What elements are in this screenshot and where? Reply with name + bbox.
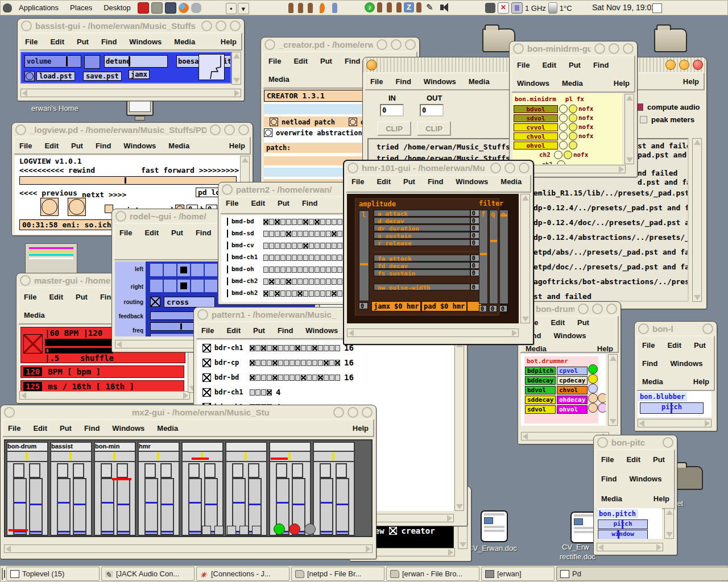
window-menu-button[interactable] bbox=[222, 184, 233, 195]
drummer-bang[interactable] bbox=[588, 364, 598, 374]
minidrm-channel-row[interactable]: cvvol nofx bbox=[514, 123, 622, 131]
menu-item[interactable]: Media bbox=[268, 75, 289, 84]
menu-item[interactable]: Media bbox=[168, 142, 189, 150]
l-slider[interactable]: l bbox=[359, 210, 369, 301]
window-menu-button[interactable] bbox=[638, 323, 649, 334]
clock-label[interactable]: Sat Nov 19, 19:02 bbox=[592, 3, 656, 12]
scrollbar[interactable] bbox=[231, 52, 241, 85]
applet-figure-icons[interactable] bbox=[286, 3, 340, 15]
task-jack[interactable]: ✎[JACK Audio Con... bbox=[101, 567, 195, 581]
menu-item[interactable]: Find bbox=[278, 326, 293, 335]
close-button[interactable] bbox=[405, 39, 416, 50]
firefox-launcher-icon[interactable] bbox=[179, 3, 189, 13]
maximize-button[interactable] bbox=[504, 163, 515, 173]
menu-item[interactable]: Edit bbox=[293, 57, 308, 65]
menu-item[interactable]: Edit bbox=[667, 341, 681, 350]
menu-item[interactable]: Put bbox=[76, 293, 88, 301]
fader[interactable] bbox=[144, 478, 158, 535]
memory-chip-icon[interactable] bbox=[511, 2, 523, 14]
mixer-strip[interactable]: hmr bbox=[138, 442, 180, 536]
scrollbar[interactable] bbox=[597, 543, 663, 551]
pl-bang[interactable] bbox=[559, 123, 568, 131]
in-meter-box[interactable]: 0 bbox=[380, 104, 404, 117]
sequencer-row[interactable]: bdr-bd 16 bbox=[197, 370, 454, 385]
overwrite2-bang[interactable] bbox=[349, 118, 357, 126]
menu-item[interactable]: Find bbox=[84, 424, 100, 433]
menu-item[interactable]: Put bbox=[403, 177, 415, 186]
menu-item[interactable]: Media bbox=[526, 344, 547, 353]
mixer-strip[interactable]: bon-min bbox=[94, 442, 136, 536]
window-menu-button[interactable] bbox=[15, 124, 26, 135]
notification-dot-button[interactable]: • bbox=[226, 3, 237, 14]
fader[interactable] bbox=[29, 478, 43, 535]
scrollbar[interactable] bbox=[520, 194, 530, 323]
menu-item[interactable]: File bbox=[601, 455, 614, 464]
detune-slider[interactable]: detune bbox=[104, 55, 168, 68]
pl-bang[interactable] bbox=[559, 141, 568, 149]
fx-bang[interactable] bbox=[569, 114, 577, 122]
filter-envelope-row[interactable]: fd_decay0 bbox=[374, 261, 479, 269]
menu-item[interactable]: Edit bbox=[251, 199, 265, 207]
applet-icon-row[interactable]: ♪ Z ✎ bbox=[365, 2, 448, 13]
menu-item[interactable]: Windows bbox=[456, 177, 488, 186]
scrollbar[interactable] bbox=[347, 329, 519, 337]
maximize-button[interactable] bbox=[592, 304, 603, 314]
menu-item[interactable]: File bbox=[517, 61, 530, 69]
menu-item[interactable]: Put bbox=[694, 341, 706, 350]
menu-item[interactable]: File bbox=[351, 177, 364, 186]
menu-item[interactable]: Help bbox=[597, 344, 613, 353]
creator-toggle[interactable] bbox=[389, 527, 397, 535]
close-button[interactable] bbox=[230, 20, 241, 31]
filter-envelope-row[interactable]: fa_attack0 bbox=[374, 254, 479, 261]
menu-item[interactable]: Find bbox=[395, 77, 411, 86]
menu-item[interactable]: Put bbox=[278, 199, 289, 207]
gnome-menu-icon[interactable] bbox=[3, 3, 12, 13]
drummer-row[interactable]: sddecay ohdecay bbox=[525, 396, 598, 404]
scrollbar[interactable] bbox=[664, 508, 674, 539]
camera-icon[interactable] bbox=[485, 3, 495, 13]
menu-item[interactable]: Help bbox=[510, 190, 526, 193]
mixer-strip[interactable] bbox=[181, 442, 224, 536]
envelope-slider-row[interactable]: r_release0 bbox=[374, 239, 479, 246]
mixer-mini-box[interactable] bbox=[248, 463, 259, 478]
scrollbar[interactable] bbox=[454, 340, 464, 511]
number-box[interactable]: 0 bbox=[489, 305, 497, 312]
peak-meters-checkbox[interactable] bbox=[640, 116, 647, 123]
menu-item[interactable]: Find bbox=[642, 359, 657, 368]
menu-item[interactable]: Edit bbox=[551, 318, 565, 327]
pan-slider[interactable] bbox=[51, 452, 91, 462]
e-slider[interactable]: e bbox=[499, 210, 508, 304]
pl-bang[interactable] bbox=[554, 151, 562, 159]
menu-item[interactable]: Edit bbox=[626, 455, 640, 464]
mixer-mini-box[interactable] bbox=[204, 463, 216, 478]
menu-item[interactable]: Put bbox=[577, 318, 589, 327]
maximize-button[interactable] bbox=[679, 60, 689, 70]
fader[interactable] bbox=[101, 478, 114, 535]
menu-item[interactable]: Put bbox=[320, 57, 332, 65]
drummer-bang[interactable] bbox=[598, 393, 606, 403]
home-icon-label[interactable]: erwan's Home bbox=[31, 104, 78, 113]
menu-item[interactable]: Windows bbox=[629, 475, 661, 483]
menu-item[interactable]: Put bbox=[60, 424, 72, 433]
pl-bang[interactable] bbox=[559, 105, 568, 113]
menu-item[interactable]: Edit bbox=[542, 61, 556, 69]
window-menu-button[interactable] bbox=[513, 43, 524, 54]
envelope-slider-row[interactable]: d_decay0 bbox=[374, 217, 479, 224]
close-button[interactable] bbox=[623, 43, 634, 54]
menu-item[interactable]: Find bbox=[593, 61, 609, 69]
pitch-slider[interactable]: pitch bbox=[598, 519, 648, 529]
maximize-button[interactable] bbox=[224, 124, 235, 135]
fader[interactable] bbox=[13, 478, 27, 535]
menu-item[interactable]: Help bbox=[653, 494, 669, 503]
show-desktop-icon[interactable] bbox=[2, 568, 3, 580]
doc-label-cv-rectifie-1[interactable]: CV_Erw bbox=[562, 543, 589, 551]
close-button[interactable] bbox=[238, 124, 249, 135]
pl-bang[interactable] bbox=[559, 132, 568, 140]
window-menu-button[interactable] bbox=[597, 437, 608, 448]
fader[interactable] bbox=[73, 478, 86, 535]
envelope-slider-row[interactable]: a_attack0 bbox=[374, 209, 479, 217]
pd-window-icon[interactable] bbox=[366, 60, 377, 70]
mixer-mini-box[interactable] bbox=[188, 463, 200, 478]
scrollbar[interactable] bbox=[19, 391, 190, 400]
menu-item[interactable]: File bbox=[642, 341, 655, 350]
